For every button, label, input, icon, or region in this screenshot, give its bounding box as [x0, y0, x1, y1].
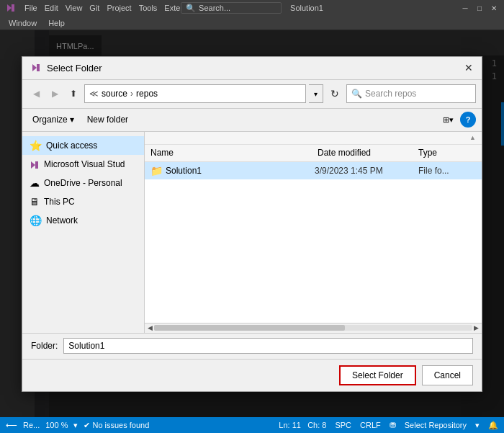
notification-icon[interactable]: 🔔	[488, 421, 498, 430]
menu-tools[interactable]: Tools	[139, 4, 158, 12]
nav-forward-button[interactable]: ▶	[47, 86, 63, 102]
refresh-button[interactable]: ↻	[326, 84, 343, 103]
menu-view[interactable]: View	[66, 4, 83, 12]
folder-label: Folder:	[31, 341, 58, 351]
encoding-label: SPC	[335, 421, 351, 429]
cancel-button[interactable]: Cancel	[422, 365, 473, 385]
file-list: 📁 Solution1 3/9/2023 1:45 PM File fo...	[145, 162, 482, 323]
check-icon: ✔	[84, 421, 90, 430]
sort-arrow-row: ▲	[145, 132, 482, 145]
organize-label: Organize	[32, 115, 68, 125]
menu-file[interactable]: File	[24, 4, 37, 12]
horizontal-scrollbar[interactable]: ◀ ▶	[145, 323, 482, 333]
nav-item-quick-access[interactable]: ⭐ Quick access	[22, 136, 144, 155]
select-repository-label[interactable]: Select Repository	[405, 421, 467, 429]
status-right: Ln: 11 Ch: 8 SPC CRLF ⛃ Select Repositor…	[279, 421, 498, 430]
nav-up-button[interactable]: ⬆	[66, 86, 81, 102]
folder-icon: 📁	[150, 165, 163, 177]
select-folder-dialog: Select Folder ✕ ◀ ▶ ⬆ ≪ source › repos ▾…	[22, 56, 482, 392]
maximize-button[interactable]: □	[475, 4, 484, 12]
search-repos-placeholder: Search repos	[365, 89, 416, 99]
dialog-title-left: Select Folder	[31, 63, 102, 73]
menu-git[interactable]: Git	[89, 4, 99, 12]
col-date-label: Date modified	[318, 148, 371, 158]
col-name-label: Name	[150, 148, 174, 158]
path-part-source: source	[102, 89, 127, 99]
col-header-type[interactable]: Type	[418, 148, 476, 158]
nav-item-onedrive-label: OneDrive - Personal	[44, 178, 122, 188]
nav-pane: ⭐ Quick access Microsoft Visual Stud ☁ O…	[22, 132, 145, 333]
scroll-track[interactable]	[154, 325, 472, 331]
scroll-right-button[interactable]: ▶	[474, 324, 479, 331]
help-button[interactable]: ?	[460, 112, 476, 128]
file-type-solution1: File fo...	[418, 166, 476, 176]
organize-button[interactable]: Organize ▾	[28, 113, 78, 126]
nav-item-label: Quick access	[46, 140, 97, 151]
nav-item-pc-label: This PC	[44, 197, 75, 207]
select-repo-dropdown-icon[interactable]: ▾	[475, 421, 480, 430]
search-icon-small: 🔍	[351, 89, 362, 99]
onedrive-icon: ☁	[30, 177, 40, 189]
title-bar-left: File Edit View Git Project Tools Extensi…	[6, 3, 203, 13]
organize-dropdown-icon: ▾	[70, 115, 74, 125]
scroll-left-button[interactable]: ◀	[148, 324, 153, 331]
file-name-solution1: Solution1	[166, 166, 312, 176]
app-title: Solution1	[290, 4, 323, 12]
dialog-title-bar: Select Folder ✕	[22, 57, 482, 80]
button-row: Select Folder Cancel	[22, 360, 482, 391]
scroll-thumb[interactable]	[154, 325, 345, 331]
close-button[interactable]: ✕	[490, 4, 498, 12]
title-bar: File Edit View Git Project Tools Extensi…	[0, 0, 504, 16]
file-pane: ▲ Name Date modified Type 📁	[145, 132, 482, 333]
global-search-box[interactable]: 🔍 Search...	[181, 2, 282, 14]
status-bar: ⟵ Re... 100 % ▾ ✔ No issues found Ln: 11…	[0, 417, 504, 433]
menu-help[interactable]: Help	[45, 18, 68, 28]
path-part-repos: repos	[136, 89, 158, 99]
folder-input[interactable]	[63, 338, 473, 354]
file-date-solution1: 3/9/2023 1:45 PM	[315, 166, 415, 176]
dialog-search-box[interactable]: 🔍 Search repos	[346, 84, 476, 103]
status-left: ⟵ Re... 100 % ▾ ✔ No issues found	[6, 421, 149, 430]
search-placeholder: Search...	[199, 4, 230, 12]
menu-bar-top: File Edit View Git Project Tools Extensi…	[24, 4, 203, 12]
address-bar-area: ◀ ▶ ⬆ ≪ source › repos ▾ ↻ 🔍 Search repo…	[22, 80, 482, 109]
nav-item-vs-label: Microsoft Visual Stud	[44, 159, 125, 169]
quick-access-icon: ⭐	[30, 140, 42, 151]
menu-bar-secondary: Window Help	[0, 16, 504, 30]
network-icon: 🌐	[30, 215, 42, 226]
select-folder-label: Select Folder	[352, 370, 403, 380]
nav-item-network[interactable]: 🌐 Network	[22, 211, 144, 230]
select-folder-button[interactable]: Select Folder	[339, 365, 416, 385]
address-path[interactable]: ≪ source › repos	[84, 84, 306, 103]
view-options-button[interactable]: ⊞▾	[438, 111, 457, 128]
dialog-body: ⭐ Quick access Microsoft Visual Stud ☁ O…	[22, 132, 482, 334]
pc-icon: 🖥	[30, 196, 40, 207]
nav-item-onedrive[interactable]: ☁ OneDrive - Personal	[22, 174, 144, 192]
file-row-solution1[interactable]: 📁 Solution1 3/9/2023 1:45 PM File fo...	[145, 162, 482, 179]
nav-item-visual-studio[interactable]: Microsoft Visual Stud	[22, 155, 144, 174]
col-header-date[interactable]: Date modified	[318, 148, 418, 158]
path-chevron-1: ›	[130, 89, 133, 99]
search-icon: 🔍	[186, 4, 196, 13]
menu-project[interactable]: Project	[107, 4, 131, 12]
address-dropdown-button[interactable]: ▾	[309, 84, 323, 103]
new-folder-label: New folder	[87, 115, 128, 125]
dropdown-icon[interactable]: ▾	[73, 421, 78, 430]
folder-field-row: Folder:	[22, 334, 482, 360]
vs-nav-icon	[30, 159, 40, 170]
dialog-close-button[interactable]: ✕	[462, 61, 476, 75]
menu-window[interactable]: Window	[6, 18, 40, 28]
menu-edit[interactable]: Edit	[45, 4, 58, 12]
status-issues: ✔ No issues found	[84, 421, 149, 430]
col-type-label: Type	[418, 148, 437, 158]
nav-back-button[interactable]: ◀	[28, 86, 44, 102]
title-bar-center: 🔍 Search... Solution1	[181, 2, 323, 14]
nav-item-this-pc[interactable]: 🖥 This PC	[22, 192, 144, 211]
dialog-logo-icon	[31, 63, 41, 73]
minimize-button[interactable]: ─	[461, 4, 469, 12]
line-ending-label: CRLF	[360, 421, 381, 429]
repo-label[interactable]: Re...	[23, 421, 40, 429]
dialog-overlay: Select Folder ✕ ◀ ▶ ⬆ ≪ source › repos ▾…	[0, 30, 504, 417]
new-folder-button[interactable]: New folder	[81, 113, 134, 126]
col-header-name[interactable]: Name	[150, 148, 318, 158]
